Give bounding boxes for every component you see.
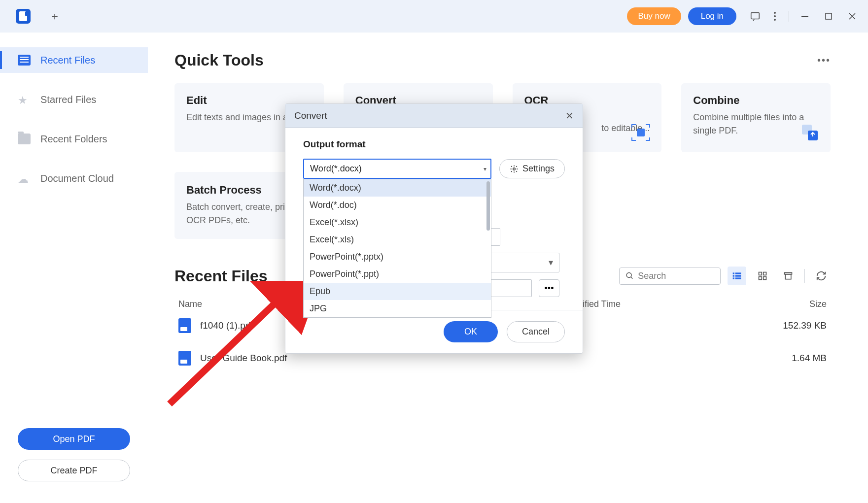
dropdown-item[interactable]: PowerPoint(*.ppt): [304, 266, 491, 283]
svg-rect-20: [764, 277, 766, 280]
close-button[interactable]: [840, 6, 864, 26]
menu-dots-icon[interactable]: [765, 6, 785, 26]
log-in-button[interactable]: Log in: [688, 7, 736, 25]
settings-label: Settings: [522, 164, 555, 174]
svg-point-2: [774, 15, 776, 17]
separator: [804, 269, 805, 283]
recent-files-title: Recent Files: [174, 267, 268, 285]
card-title: Combine: [693, 94, 819, 107]
search-input[interactable]: [638, 271, 714, 281]
star-icon: ★: [18, 94, 31, 105]
sidebar-item-label: Starred Files: [40, 94, 96, 105]
cloud-icon: ☁: [18, 173, 31, 184]
svg-rect-5: [826, 13, 832, 19]
svg-text:T: T: [639, 129, 643, 136]
dropdown-item[interactable]: Word(*.docx): [304, 179, 491, 197]
refresh-icon[interactable]: [812, 267, 831, 285]
maximize-button[interactable]: [817, 6, 840, 26]
svg-point-1: [774, 12, 776, 14]
sidebar-item-document-cloud[interactable]: ☁ Document Cloud: [0, 166, 148, 191]
settings-button[interactable]: Settings: [499, 159, 565, 178]
select-value: Word(*.docx): [303, 159, 491, 179]
dropdown-item[interactable]: PowerPoint(*.pptx): [304, 248, 491, 266]
ok-button[interactable]: OK: [444, 321, 498, 342]
sidebar-item-label: Document Cloud: [40, 173, 114, 184]
app-icon[interactable]: [16, 9, 31, 24]
titlebar: ＋ Buy now Log in: [0, 0, 868, 33]
sidebar-item-label: Recent Folders: [40, 134, 107, 145]
cancel-button[interactable]: Cancel: [507, 321, 565, 342]
combine-icon: [799, 122, 821, 143]
separator: [789, 11, 789, 22]
format-dropdown: Word(*.docx) Word(*.doc) Excel(*.xlsx) E…: [303, 179, 491, 318]
list-view-icon[interactable]: [728, 267, 746, 285]
svg-rect-14: [735, 275, 741, 276]
svg-rect-22: [785, 274, 791, 279]
search-icon: [625, 271, 634, 281]
browse-button[interactable]: •••: [539, 279, 559, 297]
svg-point-10: [626, 273, 631, 278]
svg-rect-11: [733, 272, 734, 274]
dropdown-item[interactable]: Word(*.doc): [304, 197, 491, 214]
svg-rect-0: [751, 13, 760, 19]
svg-rect-17: [759, 272, 762, 275]
output-format-select[interactable]: Word(*.docx) ▾ Word(*.docx) Word(*.doc) …: [303, 159, 491, 179]
minimize-button[interactable]: [793, 6, 817, 26]
dropdown-item[interactable]: Epub: [304, 283, 491, 300]
dropdown-item[interactable]: JPG: [304, 300, 491, 317]
svg-point-3: [774, 19, 776, 21]
search-box[interactable]: [619, 268, 721, 285]
recent-files-icon: [18, 55, 31, 66]
sidebar-item-recent-files[interactable]: Recent Files: [0, 47, 148, 73]
dialog-title: Convert: [294, 110, 327, 121]
svg-rect-19: [759, 277, 762, 280]
chat-icon[interactable]: [745, 6, 765, 26]
ocr-icon: T: [630, 122, 652, 143]
sidebar-item-label: Recent Files: [40, 55, 95, 66]
grid-view-icon[interactable]: [753, 267, 772, 285]
dialog-close-button[interactable]: ✕: [565, 110, 574, 122]
file-size: 1.64 MB: [763, 353, 827, 364]
open-pdf-button[interactable]: Open PDF: [18, 428, 130, 450]
svg-rect-18: [764, 272, 766, 275]
svg-rect-16: [735, 277, 741, 279]
svg-rect-4: [801, 16, 808, 17]
archive-icon[interactable]: [779, 267, 798, 285]
chevron-down-icon: ▾: [549, 257, 553, 268]
convert-dialog: Convert ✕ Output format Word(*.docx) ▾ W…: [285, 103, 583, 354]
add-tab-button[interactable]: ＋: [44, 6, 65, 27]
svg-rect-15: [733, 277, 734, 279]
pdf-file-icon: [178, 318, 191, 333]
gear-icon: [510, 165, 519, 173]
create-pdf-button[interactable]: Create PDF: [18, 460, 130, 481]
more-options-icon[interactable]: •••: [817, 55, 831, 66]
svg-rect-12: [735, 272, 741, 274]
file-size: 152.39 KB: [763, 320, 827, 331]
dropdown-item[interactable]: Excel(*.xls): [304, 231, 491, 248]
dropdown-item[interactable]: Excel(*.xlsx): [304, 214, 491, 231]
sidebar: Recent Files ★ Starred Files Recent Fold…: [0, 33, 148, 503]
svg-rect-13: [733, 275, 734, 276]
sidebar-item-starred-files[interactable]: ★ Starred Files: [0, 87, 148, 112]
quick-tools-title: Quick Tools: [174, 51, 264, 69]
pdf-file-icon: [178, 351, 191, 366]
dialog-header: Convert ✕: [285, 104, 583, 128]
quick-tool-combine[interactable]: Combine Combine multiple files into a si…: [681, 83, 831, 152]
buy-now-button[interactable]: Buy now: [627, 7, 681, 25]
folder-icon: [18, 134, 31, 144]
file-name: User Guide Book.pdf: [200, 353, 565, 364]
svg-point-23: [513, 168, 516, 170]
col-modified: Modified Time: [565, 299, 763, 309]
output-format-label: Output format: [303, 139, 565, 150]
col-size: Size: [763, 299, 827, 309]
scrollbar[interactable]: [486, 181, 490, 231]
sidebar-item-recent-folders[interactable]: Recent Folders: [0, 126, 148, 152]
